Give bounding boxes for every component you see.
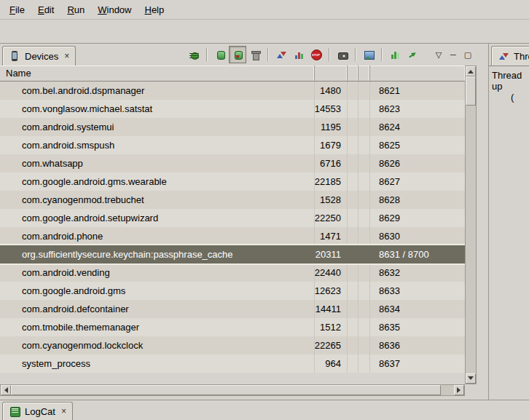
tab-logcat[interactable]: LogCat ×	[2, 402, 73, 420]
process-pid: 1512	[315, 318, 348, 336]
column-header-4[interactable]	[358, 66, 370, 81]
maximize-button[interactable]: ▢	[461, 48, 475, 61]
scroll-up-button[interactable]	[466, 66, 476, 76]
empty-cell	[358, 100, 370, 118]
menu-run[interactable]: Run	[60, 1, 91, 18]
view-hierarchy-button[interactable]	[360, 46, 377, 63]
main-toolbar	[0, 20, 529, 44]
table-row[interactable]: com.android.smspush16798625	[0, 136, 465, 154]
dump-hprof-button[interactable]	[229, 46, 246, 63]
screen-capture-icon	[337, 49, 349, 61]
process-port: 8632	[370, 264, 465, 282]
table-row[interactable]: system_process9648637	[0, 354, 465, 373]
table-row[interactable]: com.cyanogenmod.lockclock222658636	[0, 336, 465, 354]
horizontal-scrollbar[interactable]	[0, 384, 465, 396]
debug-process-button[interactable]	[185, 46, 203, 63]
network-arrow-button[interactable]	[404, 46, 421, 63]
empty-cell	[348, 82, 358, 100]
process-name: system_process	[0, 354, 315, 373]
network-arrow-icon	[407, 49, 419, 61]
empty-cell	[358, 173, 370, 191]
screen-capture-button[interactable]	[334, 46, 351, 63]
table-row[interactable]: com.google.android.setupwizard222508629	[0, 209, 465, 227]
column-header-pid[interactable]	[315, 66, 348, 81]
method-profiling-button[interactable]	[290, 46, 307, 63]
vertical-scrollbar[interactable]	[465, 66, 477, 384]
table-row[interactable]: com.whatsapp67168626	[0, 154, 465, 173]
table-row[interactable]: com.android.phone14718630	[0, 227, 465, 245]
process-port: 8635	[370, 318, 465, 336]
empty-cell	[348, 300, 358, 318]
menu-edit[interactable]: Edit	[31, 1, 60, 18]
table-row[interactable]: com.google.android.gms126238633	[0, 282, 465, 300]
empty-cell	[348, 154, 358, 173]
process-name: com.vonglasow.michael.satstat	[0, 100, 315, 118]
network-stats-button[interactable]	[386, 46, 404, 63]
scroll-right-button[interactable]	[454, 385, 464, 395]
empty-cell	[358, 354, 370, 373]
empty-cell	[348, 354, 358, 373]
menu-window[interactable]: Window	[91, 1, 138, 18]
process-port: 8636	[370, 336, 465, 354]
process-name: com.tmobile.thememanager	[0, 318, 315, 336]
menu-file[interactable]: File	[3, 1, 31, 18]
table-row[interactable]: com.android.systemui11958624	[0, 118, 465, 136]
minimize-button[interactable]: ─	[446, 48, 461, 61]
arrow-right-icon	[457, 387, 463, 393]
process-pid: 22250	[315, 209, 348, 227]
process-pid: 12623	[315, 282, 348, 300]
update-threads-button[interactable]	[273, 46, 290, 63]
empty-cell	[348, 118, 358, 136]
process-pid: 1679	[315, 136, 348, 154]
tab-devices[interactable]: Devices ×	[2, 46, 76, 66]
table-row[interactable]: com.bel.android.dspmanager14808621	[0, 82, 465, 100]
toolbar-separator	[381, 48, 383, 61]
table-row[interactable]: com.android.vending224408632	[0, 264, 465, 282]
tab-threads[interactable]: Threads	[491, 46, 529, 66]
table-row[interactable]: com.android.defcontainer144118634	[0, 300, 465, 318]
process-pid: 1480	[315, 82, 348, 100]
empty-cell	[348, 336, 358, 354]
close-icon[interactable]: ×	[61, 407, 66, 416]
method-profiling-icon	[293, 49, 305, 61]
empty-cell	[348, 136, 358, 154]
process-port: 8623	[370, 100, 465, 118]
empty-cell	[348, 245, 358, 264]
scroll-down-button[interactable]	[466, 373, 476, 384]
process-port: 8627	[370, 173, 465, 191]
column-header-name[interactable]: Name	[0, 66, 315, 81]
table-row[interactable]: com.tmobile.thememanager15128635	[0, 318, 465, 336]
process-port: 8628	[370, 191, 465, 209]
empty-cell	[348, 173, 358, 191]
update-heap-button[interactable]	[211, 46, 229, 63]
view-menu-button[interactable]: ▽	[431, 48, 446, 61]
empty-cell	[358, 82, 370, 100]
cause-gc-button[interactable]	[246, 46, 264, 63]
menu-help[interactable]: Help	[138, 1, 171, 18]
table-row[interactable]: com.cyanogenmod.trebuchet15288628	[0, 191, 465, 209]
menu-bar: FileEditRunWindowHelp	[0, 0, 529, 20]
table-row[interactable]: org.sufficientlysecure.keychain:passphra…	[0, 245, 465, 264]
empty-cell	[358, 300, 370, 318]
tab-logcat-label: LogCat	[25, 406, 55, 417]
device-icon	[9, 50, 21, 63]
table-row[interactable]: com.vonglasow.michael.satstat145538623	[0, 100, 465, 118]
toolbar-separator	[355, 48, 356, 61]
network-stats-icon	[389, 49, 401, 61]
view-hierarchy-icon	[363, 49, 375, 61]
dump-hprof-icon	[232, 49, 244, 61]
column-header-port[interactable]	[370, 66, 465, 81]
scroll-left-button[interactable]	[1, 385, 11, 395]
process-name: com.android.vending	[0, 264, 315, 282]
close-icon[interactable]: ×	[64, 52, 69, 60]
vertical-scroll-thumb[interactable]	[466, 76, 476, 106]
column-header-3[interactable]	[348, 66, 358, 81]
process-name: com.cyanogenmod.lockclock	[0, 336, 315, 354]
process-name: com.google.android.setupwizard	[0, 209, 315, 227]
stop-process-button[interactable]	[307, 46, 325, 63]
horizontal-scroll-thumb[interactable]	[11, 385, 441, 395]
empty-cell	[358, 191, 370, 209]
table-row[interactable]: com.google.android.gms.wearable221858627	[0, 173, 465, 191]
process-pid: 14411	[315, 300, 348, 318]
empty-cell	[358, 318, 370, 336]
